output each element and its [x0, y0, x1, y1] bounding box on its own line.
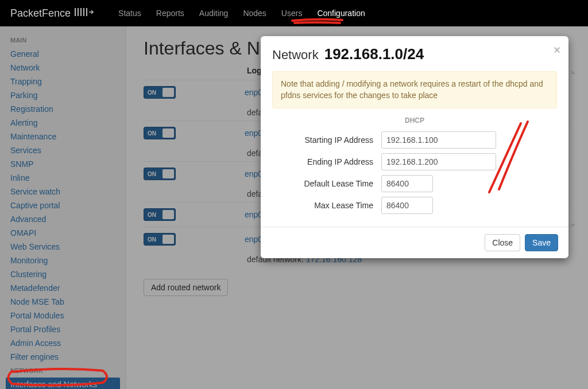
sidebar-item-portal-profiles[interactable]: Portal Profiles [6, 322, 120, 336]
sidebar-item-snmp[interactable]: SNMP [6, 157, 120, 171]
input-max-lease[interactable] [381, 197, 433, 214]
save-button[interactable]: Save [525, 234, 558, 251]
annotation-slashes [486, 120, 532, 195]
toggle-on[interactable]: ON [144, 86, 176, 99]
sidebar-item-web-services[interactable]: Web Services [6, 240, 120, 254]
sidebar-item-services[interactable]: Services [6, 143, 120, 157]
input-default-lease[interactable] [381, 175, 433, 192]
sidebar-item-metadefender[interactable]: Metadefender [6, 281, 120, 295]
sidebar-item-parking[interactable]: Parking [6, 88, 120, 102]
sidebar-item-trapping[interactable]: Trapping [6, 75, 120, 88]
brand-text: PacketFence [10, 7, 71, 20]
sidebar-item-alerting[interactable]: Alerting [6, 116, 120, 130]
annotation-underline-configuration [292, 19, 342, 24]
toggle-on[interactable]: ON [144, 127, 176, 139]
label-ending-ip: Ending IP Address [272, 157, 381, 166]
annotation-circle-interfaces [6, 369, 110, 386]
brand-logo-icon [74, 6, 94, 21]
add-routed-network-button[interactable]: Add routed network [144, 279, 228, 296]
scroll-down-icon[interactable] [570, 224, 575, 227]
sidebar: MAIN General Network Trapping Parking Re… [0, 26, 126, 389]
label-max-lease: Max Lease Time [272, 201, 381, 210]
sidebar-item-captive-portal[interactable]: Captive portal [6, 199, 120, 212]
scroll-up-icon[interactable] [570, 71, 575, 74]
sidebar-item-inline[interactable]: Inline [6, 171, 120, 185]
input-starting-ip[interactable] [381, 131, 496, 149]
close-icon[interactable]: × [554, 44, 560, 56]
nav-item-auditing[interactable]: Auditing [192, 0, 236, 26]
sidebar-item-general[interactable]: General [6, 47, 120, 61]
sidebar-item-portal-modules[interactable]: Portal Modules [6, 309, 120, 322]
input-ending-ip[interactable] [381, 153, 496, 170]
nav-item-status[interactable]: Status [111, 0, 149, 26]
brand: PacketFence [10, 6, 94, 21]
sidebar-item-clustering[interactable]: Clustering [6, 267, 120, 281]
nav-item-reports[interactable]: Reports [149, 0, 192, 26]
modal-footer: Close Save [261, 227, 568, 258]
toggle-on[interactable]: ON [144, 233, 176, 246]
toggle-on[interactable]: ON [144, 208, 176, 221]
sidebar-item-service-watch[interactable]: Service watch [6, 185, 120, 199]
sidebar-item-registration[interactable]: Registration [6, 102, 120, 116]
close-button[interactable]: Close [485, 234, 520, 251]
label-default-lease: Default Lease Time [272, 179, 381, 188]
sidebar-item-omapi[interactable]: OMAPI [6, 226, 120, 240]
sidebar-heading-main: MAIN [6, 33, 120, 47]
toggle-on[interactable]: ON [144, 168, 176, 180]
nav-item-nodes[interactable]: Nodes [235, 0, 273, 26]
sidebar-item-advanced[interactable]: Advanced [6, 212, 120, 226]
sidebar-item-admin-access[interactable]: Admin Access [6, 336, 120, 350]
label-starting-ip: Starting IP Address [272, 135, 381, 145]
sidebar-item-maintenance[interactable]: Maintenance [6, 130, 120, 143]
sidebar-item-filter-engines[interactable]: Filter engines [6, 350, 120, 364]
sidebar-item-node-mse-tab[interactable]: Node MSE Tab [6, 295, 120, 309]
sidebar-item-monitoring[interactable]: Monitoring [6, 254, 120, 267]
sidebar-item-network[interactable]: Network [6, 61, 120, 75]
